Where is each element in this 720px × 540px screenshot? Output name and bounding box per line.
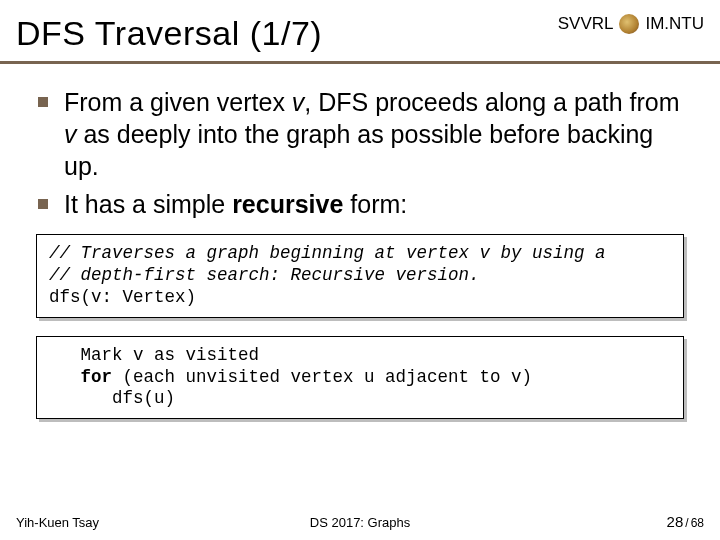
italic-v: v: [64, 120, 77, 148]
code-box-2: Mark v as visited for (each unvisited ve…: [36, 336, 684, 420]
page-sep: /: [685, 516, 688, 530]
code-line: Mark v as visited: [49, 345, 259, 365]
code-line: dfs(v: Vertex): [49, 287, 196, 307]
page-total: 68: [691, 516, 704, 530]
code-keyword: for: [81, 367, 113, 387]
bullet-item: It has a simple recursive form:: [36, 188, 684, 220]
code-box-1: // Traverses a graph beginning at vertex…: [36, 234, 684, 318]
org-right: IM.NTU: [645, 14, 704, 34]
org-left: SVVRL: [558, 14, 614, 34]
org-logo-icon: [619, 14, 639, 34]
slide: DFS Traversal (1/7) SVVRL IM.NTU From a …: [0, 0, 720, 540]
bold-recursive: recursive: [232, 190, 343, 218]
footer-course: DS 2017: Graphs: [310, 515, 410, 530]
footer-author: Yih-Kuen Tsay: [16, 515, 99, 530]
text-run: It has a simple: [64, 190, 232, 218]
slide-body: From a given vertex v, DFS proceeds alon…: [0, 64, 720, 419]
slide-header: DFS Traversal (1/7) SVVRL IM.NTU: [0, 0, 720, 64]
slide-footer: Yih-Kuen Tsay DS 2017: Graphs 28 / 68: [0, 513, 720, 530]
code-comment: // depth-first search: Recursive version…: [49, 265, 480, 285]
code-comment: // Traverses a graph beginning at vertex…: [49, 243, 606, 263]
text-run: From a given vertex: [64, 88, 292, 116]
text-run: , DFS proceeds along a path from: [304, 88, 679, 116]
code-boxes: // Traverses a graph beginning at vertex…: [36, 234, 684, 419]
org-label: SVVRL IM.NTU: [558, 14, 704, 34]
bullet-list: From a given vertex v, DFS proceeds alon…: [36, 86, 684, 220]
text-run: form:: [343, 190, 407, 218]
text-run: as deeply into the graph as possible bef…: [64, 120, 653, 180]
bullet-item: From a given vertex v, DFS proceeds alon…: [36, 86, 684, 182]
footer-page: 28 / 68: [667, 513, 704, 530]
page-current: 28: [667, 513, 684, 530]
italic-v: v: [292, 88, 305, 116]
code-line: (each unvisited vertex u adjacent to v): [112, 367, 532, 387]
code-line: dfs(u): [49, 388, 175, 408]
code-indent: [49, 367, 81, 387]
